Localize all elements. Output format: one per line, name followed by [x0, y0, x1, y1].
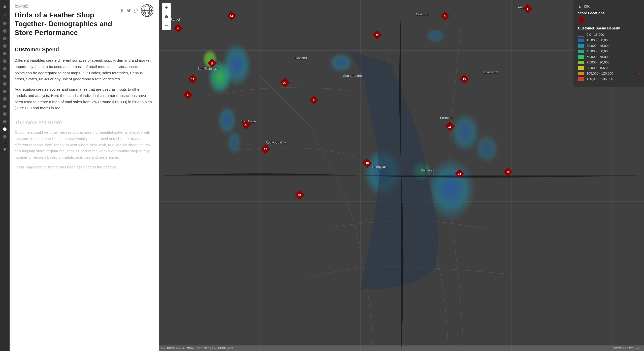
store-marker-3[interactable]: 3 — [441, 12, 449, 20]
nav-home-icon[interactable]: ⌂ — [4, 12, 6, 18]
story-header-left: 故事地图 Birds of a Feather Shop Together- D… — [15, 4, 119, 37]
map-container[interactable]: + − Antioch Concord Oakland San Leandro … — [159, 0, 644, 351]
legend-swatch-6 — [578, 66, 584, 70]
sidebar-navigation: ▲ ⌂ 15 ▼ — [0, 0, 10, 351]
legend-panel: ▲ 图例 Store Locations Customer Spend Dens… — [573, 0, 644, 87]
legend-item-6: 90,000 - 105,000 — [578, 66, 639, 70]
section-nearest-store-para1: Customers could visit their nearest stor… — [15, 129, 154, 161]
section-nearest-store-para2: In this map each customer has been assig… — [15, 164, 154, 170]
legend-range-3: 45,000 - 60,000 — [587, 49, 609, 53]
zoom-out-button[interactable]: − — [162, 21, 171, 30]
nav-dot-14[interactable] — [3, 120, 7, 123]
twitter-icon[interactable] — [126, 8, 131, 14]
store-marker-12[interactable]: 12 — [262, 145, 270, 153]
nav-dot-9[interactable] — [3, 82, 7, 86]
nav-dot-13[interactable] — [3, 112, 7, 116]
link-icon[interactable] — [134, 8, 138, 14]
legend-item-5: 75,000 - 90,000 — [578, 60, 639, 64]
legend-collapse-icon[interactable]: ▲ — [578, 4, 582, 8]
nav-dot-11[interactable] — [3, 97, 7, 101]
nav-dot-7[interactable] — [3, 67, 7, 71]
nav-dot-8[interactable] — [3, 75, 7, 78]
esri-footer-logo: esri — [634, 346, 642, 350]
zoom-in-button[interactable]: + — [162, 3, 171, 12]
map-grid — [159, 0, 644, 351]
store-marker-19[interactable]: 19 — [504, 168, 512, 176]
powered-by-text: POWERED BY — [614, 347, 633, 350]
nav-dot-3[interactable] — [3, 37, 7, 40]
story-header: 故事地图 Birds of a Feather Shop Together- D… — [10, 0, 159, 40]
store-marker-8[interactable]: 8 — [310, 96, 318, 104]
store-marker-18[interactable]: 18 — [296, 191, 304, 199]
section-nearest-store-title: The Nearest Store — [15, 119, 154, 126]
nav-dot-5[interactable] — [3, 52, 7, 55]
store-marker-17[interactable]: 17 — [189, 75, 197, 83]
legend-range-8: 120,000 - 135,000 — [587, 77, 613, 81]
attribution-text: Esri, HERE, Garmin, NGA, USGS, NPS | Esr… — [161, 347, 233, 350]
legend-swatch-8 — [578, 77, 584, 81]
facebook-icon[interactable] — [119, 8, 124, 14]
legend-density-title: Customer Spend Density — [578, 26, 639, 30]
story-header-right: esri — [119, 4, 154, 18]
legend-item-2: 30,000 - 45,000 — [578, 44, 639, 48]
nav-dot-10[interactable] — [3, 90, 7, 93]
story-content: Customer Spend Different variables creat… — [10, 40, 159, 351]
legend-swatch-0 — [578, 33, 584, 37]
store-marker-16[interactable]: 16 — [208, 59, 216, 67]
nav-dot-12[interactable] — [3, 105, 7, 108]
legend-item-4: 60,000 - 75,000 — [578, 55, 639, 59]
legend-range-5: 75,000 - 90,000 — [587, 60, 609, 64]
section-customer-spend-para1: Different variables create different sur… — [15, 57, 154, 82]
legend-item-8: 120,000 - 135,000 — [578, 77, 639, 81]
store-marker-14[interactable]: 14 — [228, 12, 236, 20]
map-controls: + − — [162, 3, 171, 30]
legend-store-diamond — [578, 16, 586, 24]
store-marker-25[interactable]: 25 — [363, 159, 371, 167]
nav-dot-1[interactable] — [3, 22, 7, 25]
nav-arrow-down[interactable]: ▼ — [1, 146, 9, 154]
story-title: Birds of a Feather Shop Together- Demogr… — [15, 11, 119, 37]
legend-item-3: 45,000 - 60,000 — [578, 49, 639, 53]
nav-dot-16[interactable] — [3, 135, 7, 138]
store-marker-5[interactable]: 5 — [184, 91, 192, 99]
esri-logo-icon[interactable]: esri — [141, 4, 154, 18]
legend-range-6: 90,000 - 105,000 — [587, 66, 611, 70]
legend-range-1: 15,000 - 30,000 — [587, 38, 609, 42]
nav-arrow-up[interactable]: ▲ — [1, 2, 9, 10]
legend-item-0: 0.0 - 15,000 — [578, 33, 639, 37]
legend-store-locations-title: Store Locations — [578, 11, 639, 15]
nav-dot-15[interactable] — [3, 127, 7, 131]
home-button[interactable] — [162, 12, 171, 21]
nav-page-number: 15 — [3, 142, 6, 145]
nav-dot-2[interactable] — [3, 29, 7, 33]
esri-powered-logo: POWERED BY esri — [614, 346, 642, 350]
legend-item-7: 105,000 - 120,000 — [578, 72, 639, 75]
legend-range-2: 30,000 - 45,000 — [587, 44, 609, 48]
map-attribution: Esri, HERE, Garmin, NGA, USGS, NPS | Esr… — [159, 345, 644, 351]
section-customer-spend-title: Customer Spend — [15, 46, 154, 53]
store-marker-11[interactable]: 11 — [446, 122, 454, 130]
legend-swatch-3 — [578, 50, 584, 53]
legend-title-row: ▲ 图例 — [578, 4, 639, 9]
store-marker-1[interactable]: 1 — [524, 5, 532, 13]
legend-item-1: 15,000 - 30,000 — [578, 38, 639, 42]
store-marker-27[interactable]: 27 — [373, 31, 381, 39]
nav-dot-6[interactable] — [3, 59, 7, 63]
store-marker-4[interactable]: 4 — [174, 24, 182, 32]
store-marker-21[interactable]: 21 — [242, 121, 250, 129]
svg-text:esri: esri — [634, 347, 639, 350]
legend-range-0: 0.0 - 15,000 — [587, 33, 604, 37]
section-customer-spend-para2: Aggregation creates scores and summaries… — [15, 86, 154, 111]
story-brand-label: 故事地图 — [15, 4, 119, 9]
legend-swatch-1 — [578, 39, 584, 42]
share-icons: esri — [119, 4, 154, 18]
store-marker-20[interactable]: 20 — [281, 79, 289, 87]
svg-text:esri: esri — [143, 10, 149, 14]
nav-dot-4[interactable] — [3, 44, 7, 48]
story-panel: 故事地图 Birds of a Feather Shop Together- D… — [10, 0, 159, 351]
store-marker-23[interactable]: 23 — [456, 170, 464, 178]
legend-swatch-2 — [578, 44, 584, 48]
legend-range-7: 105,000 - 120,000 — [587, 72, 613, 75]
legend-range-4: 60,000 - 75,000 — [587, 55, 609, 59]
store-marker-13[interactable]: 13 — [460, 75, 468, 83]
